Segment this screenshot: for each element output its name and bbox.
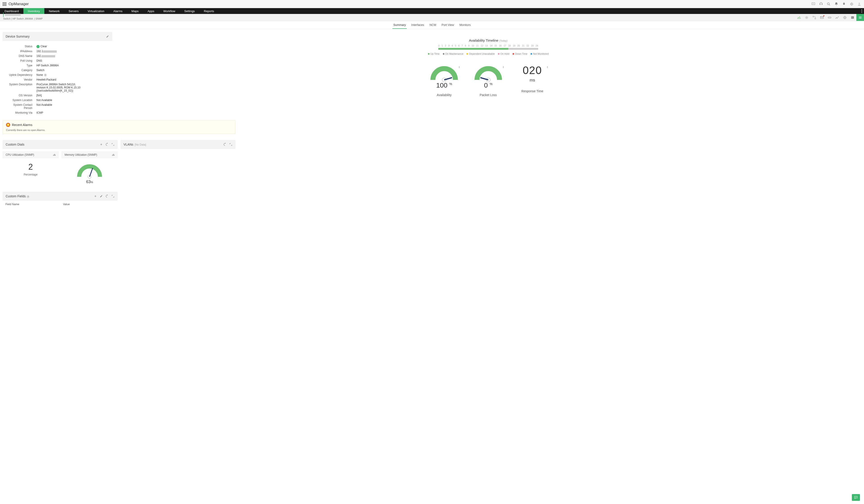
availability-panel: Availability Timeline (Today) 0123456789…	[115, 32, 861, 97]
svg-rect-7	[813, 16, 814, 17]
nav-reports[interactable]: Reports	[199, 8, 219, 14]
apps-icon[interactable]	[3, 2, 6, 6]
timeline-legend: Up Time On Maintenance Dependent Unavail…	[115, 52, 861, 55]
tab-monitors[interactable]: Monitors	[458, 23, 472, 29]
refresh-icon[interactable]	[224, 143, 227, 146]
add-icon[interactable]	[94, 195, 97, 198]
custom-fields-panel: Custom Fields? Field Name Value	[3, 192, 118, 208]
expand-icon[interactable]	[111, 143, 115, 146]
edit-icon[interactable]	[100, 195, 103, 198]
svg-point-13	[838, 16, 839, 17]
timeline-axis: 0123456789101112131415161718192021222324	[438, 45, 538, 47]
headset-icon[interactable]	[819, 2, 823, 6]
svg-point-6	[806, 17, 807, 18]
vlans-panel: VLANs[No Data]	[121, 140, 235, 188]
device-summary-panel: Device Summary StatusClear IPAddress192.…	[3, 32, 112, 118]
action-icons	[795, 14, 864, 21]
recent-alarms-panel: Recent Alarms Currently there are no ope…	[3, 120, 235, 134]
expand-icon[interactable]	[111, 195, 115, 198]
edit-icon[interactable]	[106, 35, 109, 38]
svg-point-3	[862, 10, 862, 10]
gauge-packet-loss: 0 % Packet Loss	[472, 64, 504, 97]
check-icon	[36, 45, 40, 48]
nav-settings[interactable]: Settings	[180, 8, 199, 14]
pin-icon[interactable]	[458, 66, 461, 70]
svg-point-12	[837, 18, 838, 18]
svg-point-5	[862, 12, 862, 13]
nav-servers[interactable]: Servers	[64, 8, 83, 14]
chart-icon[interactable]	[795, 14, 803, 21]
help-icon[interactable]: ?	[44, 74, 47, 76]
svg-rect-15	[851, 16, 854, 19]
plug-icon[interactable]	[842, 2, 846, 6]
bar-icon	[53, 154, 56, 156]
bell-alert-icon	[6, 123, 10, 127]
svg-point-11	[836, 17, 837, 17]
breadcrumb: Switch | HP Switch J8698A | SNMP	[3, 12, 43, 21]
alert-config-icon[interactable]	[803, 14, 811, 21]
gauge-availability: 100 % Availability	[429, 64, 460, 97]
panel-title: Device Summary	[5, 35, 30, 38]
link-icon[interactable]	[826, 14, 833, 21]
present-icon[interactable]	[811, 2, 815, 6]
gear-icon[interactable]	[850, 2, 854, 6]
workflow-icon[interactable]	[811, 14, 818, 21]
svg-rect-8	[815, 18, 816, 19]
tab-summary[interactable]: Summary	[392, 23, 407, 29]
timeline-title: Availability Timeline (Today)	[115, 38, 861, 42]
dial-memory[interactable]: Memory Utilization (SNMP)	[62, 152, 118, 158]
app-logo: OpManager	[9, 2, 29, 6]
nav-apps[interactable]: Apps	[143, 8, 159, 14]
pin-icon[interactable]	[502, 66, 505, 70]
svg-rect-9	[820, 16, 824, 19]
device-tabs: Summary Interfaces NCM Port View Monitor…	[0, 21, 864, 29]
tab-port-view[interactable]: Port View	[441, 23, 455, 29]
gauge-response-time: 020 ms Response Time	[517, 64, 548, 97]
globe-icon[interactable]	[841, 14, 849, 21]
nav-maps[interactable]: Maps	[127, 8, 143, 14]
refresh-icon[interactable]	[106, 195, 109, 198]
tab-interfaces[interactable]: Interfaces	[410, 23, 425, 29]
add-icon[interactable]	[100, 143, 103, 146]
main-nav: Dashboard Inventory Network Servers Virt…	[0, 8, 864, 14]
user-icon[interactable]	[857, 2, 861, 6]
col-value: Value	[63, 203, 70, 206]
menu-icon[interactable]	[856, 14, 864, 21]
svg-point-10	[836, 18, 836, 19]
bell-icon[interactable]	[834, 2, 838, 6]
nav-alarms[interactable]: Alarms	[109, 8, 127, 14]
nav-workflow[interactable]: Workflow	[159, 8, 180, 14]
top-bar: OpManager	[0, 0, 864, 8]
dial-cpu[interactable]: CPU Utilization (SNMP)	[3, 152, 59, 158]
terminal-icon[interactable]	[849, 14, 856, 21]
search-icon[interactable]	[827, 2, 831, 6]
mail-icon[interactable]	[818, 14, 826, 21]
svg-point-1	[827, 3, 829, 5]
nav-virtualization[interactable]: Virtualization	[83, 8, 109, 14]
refresh-icon[interactable]	[106, 143, 109, 146]
bar-icon	[112, 154, 115, 156]
expand-icon[interactable]	[229, 143, 232, 146]
pin-icon[interactable]	[546, 66, 549, 70]
sub-header: Switch | HP Switch J8698A | SNMP	[0, 14, 864, 21]
trend-icon[interactable]	[833, 14, 841, 21]
nav-network[interactable]: Network	[44, 8, 64, 14]
custom-dials-panel: Custom Dials CPU Utilization (SNMP) 2 Pe…	[3, 140, 118, 188]
svg-point-2	[859, 3, 860, 4]
timeline-bar	[438, 48, 538, 50]
svg-point-4	[862, 11, 862, 11]
col-field-name: Field Name	[5, 203, 63, 206]
device-name-redacted	[5, 14, 21, 16]
tab-ncm[interactable]: NCM	[429, 23, 437, 29]
help-icon[interactable]: ?	[26, 195, 29, 198]
nav-more-icon[interactable]	[861, 8, 862, 14]
